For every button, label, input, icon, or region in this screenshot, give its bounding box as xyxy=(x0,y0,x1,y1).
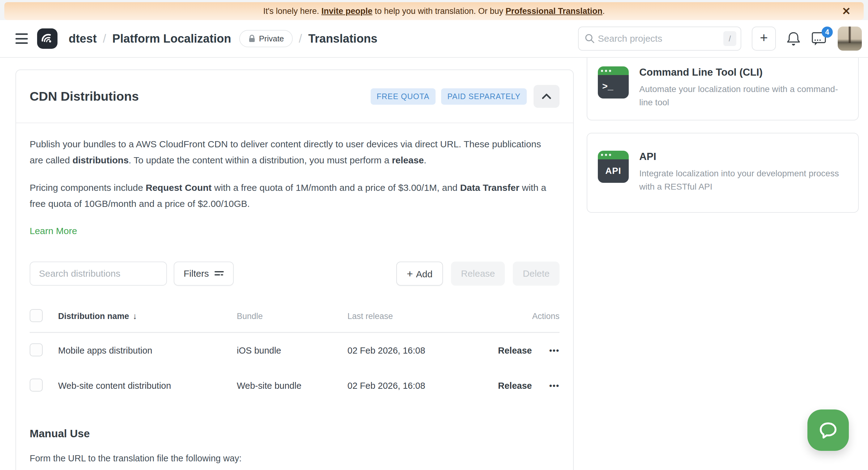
search-icon xyxy=(584,33,595,44)
bundle-cell: iOS bundle xyxy=(237,345,347,356)
actions-cell: Release ••• xyxy=(461,381,559,391)
project-search-input[interactable] xyxy=(598,33,735,44)
filters-label: Filters xyxy=(184,268,209,279)
card-body: Publish your bundles to a AWS CloudFront… xyxy=(16,123,573,470)
lock-icon xyxy=(248,34,256,43)
chevron-up-icon xyxy=(541,93,552,100)
banner-text-post: . xyxy=(602,6,605,16)
create-project-button[interactable]: + xyxy=(752,27,776,51)
card-header: CDN Distributions FREE QUOTA PAID SEPARA… xyxy=(16,70,573,123)
cli-card[interactable]: >_ Command Line Tool (CLI) Automate your… xyxy=(587,58,859,121)
api-card-text: API Integrate localization into your dev… xyxy=(639,151,847,194)
release-button[interactable]: Release xyxy=(451,262,505,286)
distribution-name-cell: Web-site content distribution xyxy=(58,381,237,391)
privacy-label: Private xyxy=(259,34,284,43)
filters-button[interactable]: Filters xyxy=(174,262,234,286)
header-actions: / + 4 xyxy=(578,27,862,51)
cli-card-description: Automate your localization routine with … xyxy=(639,82,847,109)
search-shortcut-hint: / xyxy=(723,31,736,46)
manual-use-intro: Form the URL to the translation file the… xyxy=(30,453,559,464)
breadcrumb-separator: / xyxy=(299,32,302,45)
cdn-distributions-card: CDN Distributions FREE QUOTA PAID SEPARA… xyxy=(16,69,574,470)
menu-bar xyxy=(16,38,28,39)
row-menu-icon[interactable]: ••• xyxy=(549,346,559,356)
tools-sidebar: >_ Command Line Tool (CLI) Automate your… xyxy=(587,58,859,213)
select-all-checkbox[interactable] xyxy=(30,309,43,322)
bell-icon xyxy=(786,31,801,46)
api-card-description: Integrate localization into your develop… xyxy=(639,167,847,194)
app-header: dtest / Platform Localization Private / … xyxy=(0,20,868,58)
table-body: Mobile apps distribution iOS bundle 02 F… xyxy=(30,333,559,403)
delete-button[interactable]: Delete xyxy=(513,262,559,286)
banner-text-pre: It's lonely here. xyxy=(263,6,321,16)
api-card[interactable]: API API Integrate localization into your… xyxy=(587,133,859,213)
support-chat-button[interactable] xyxy=(807,409,849,451)
description-paragraph-2: Pricing components include Request Count… xyxy=(30,180,549,211)
row-release-button[interactable]: Release xyxy=(498,381,532,391)
project-search: / xyxy=(578,27,741,51)
notifications-button[interactable] xyxy=(786,31,801,46)
breadcrumb-separator: / xyxy=(103,32,106,45)
banner-close-icon[interactable]: ✕ xyxy=(842,6,851,16)
banner-text: It's lonely here. Invite people to help … xyxy=(263,6,604,16)
messages-count-badge: 4 xyxy=(822,27,833,38)
breadcrumb-project[interactable]: Platform Localization xyxy=(112,32,231,45)
page-title: CDN Distributions xyxy=(30,89,139,104)
pricing-badges: FREE QUOTA PAID SEPARATELY xyxy=(371,88,527,105)
professional-translation-link[interactable]: Professional Translation xyxy=(505,6,602,16)
column-last-release: Last release xyxy=(347,311,461,321)
actions-cell: Release ••• xyxy=(461,345,559,356)
free-quota-badge: FREE QUOTA xyxy=(371,88,436,105)
table-row: Mobile apps distribution iOS bundle 02 F… xyxy=(30,333,559,368)
menu-button[interactable] xyxy=(16,33,28,44)
row-menu-icon[interactable]: ••• xyxy=(549,381,559,391)
manual-use-heading: Manual Use xyxy=(30,427,559,440)
menu-bar xyxy=(16,42,28,44)
plus-icon: + xyxy=(407,268,413,279)
learn-more-link[interactable]: Learn More xyxy=(30,226,77,236)
breadcrumb-page: Translations xyxy=(308,32,377,45)
row-checkbox[interactable] xyxy=(30,379,43,392)
breadcrumb: dtest / Platform Localization Private / … xyxy=(69,30,377,47)
table-row: Web-site content distribution Web-site b… xyxy=(30,368,559,403)
description-paragraph-1: Publish your bundles to a AWS CloudFront… xyxy=(30,136,549,168)
messages-button[interactable]: 4 xyxy=(811,31,827,46)
row-checkbox[interactable] xyxy=(30,343,43,356)
distributions-table: Distribution name ↓ Bundle Last release … xyxy=(30,305,559,403)
last-release-cell: 02 Feb 2026, 16:08 xyxy=(347,381,461,391)
column-bundle: Bundle xyxy=(237,311,347,321)
last-release-cell: 02 Feb 2026, 16:08 xyxy=(347,345,461,356)
sort-desc-icon[interactable]: ↓ xyxy=(133,311,137,321)
main-content: CDN Distributions FREE QUOTA PAID SEPARA… xyxy=(0,58,868,469)
distributions-toolbar: Filters +Add Release Delete xyxy=(30,262,559,286)
table-header-row: Distribution name ↓ Bundle Last release … xyxy=(30,305,559,333)
column-distribution-name[interactable]: Distribution name ↓ xyxy=(58,311,237,321)
banner-strip: It's lonely here. Invite people to help … xyxy=(0,0,868,20)
row-release-button[interactable]: Release xyxy=(498,345,532,356)
cli-card-text: Command Line Tool (CLI) Automate your lo… xyxy=(639,66,847,109)
cli-card-title[interactable]: Command Line Tool (CLI) xyxy=(639,66,847,78)
menu-bar xyxy=(16,33,28,35)
api-card-title[interactable]: API xyxy=(639,151,847,162)
banner-text-mid: to help you with translation. Or buy xyxy=(372,6,506,16)
filter-icon xyxy=(215,270,224,278)
user-avatar[interactable] xyxy=(838,27,862,51)
column-actions: Actions xyxy=(461,311,559,321)
bundle-cell: Web-site bundle xyxy=(237,381,347,391)
crowdin-logo[interactable] xyxy=(37,28,58,49)
invite-people-link[interactable]: Invite people xyxy=(321,6,372,16)
distribution-name-cell: Mobile apps distribution xyxy=(58,345,237,356)
add-distribution-button[interactable]: +Add xyxy=(396,262,443,286)
breadcrumb-org[interactable]: dtest xyxy=(69,32,97,45)
privacy-badge: Private xyxy=(239,30,293,47)
collapse-button[interactable] xyxy=(533,85,559,108)
invite-banner: It's lonely here. Invite people to help … xyxy=(4,2,864,20)
chat-bubble-icon xyxy=(816,419,840,441)
api-icon: API xyxy=(598,151,629,183)
terminal-icon: >_ xyxy=(598,66,629,99)
paid-separately-badge: PAID SEPARATELY xyxy=(441,88,527,105)
distributions-search-input[interactable] xyxy=(30,262,167,286)
crowdin-logo-glyph xyxy=(39,31,55,46)
